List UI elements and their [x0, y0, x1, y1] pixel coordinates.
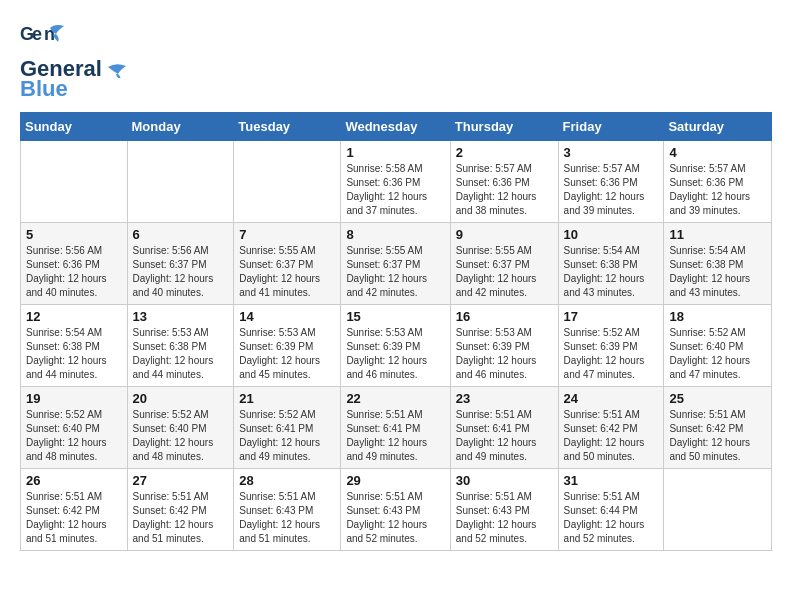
day-number: 13	[133, 309, 229, 324]
day-info: Sunrise: 5:51 AMSunset: 6:42 PMDaylight:…	[26, 490, 122, 546]
page-header: G e n General Blue	[20, 20, 772, 102]
day-number: 7	[239, 227, 335, 242]
day-info: Sunrise: 5:56 AMSunset: 6:37 PMDaylight:…	[133, 244, 229, 300]
weekday-header-saturday: Saturday	[664, 113, 772, 141]
day-info: Sunrise: 5:55 AMSunset: 6:37 PMDaylight:…	[346, 244, 444, 300]
calendar-cell	[234, 141, 341, 223]
calendar-cell	[664, 469, 772, 551]
day-info: Sunrise: 5:57 AMSunset: 6:36 PMDaylight:…	[456, 162, 553, 218]
day-number: 4	[669, 145, 766, 160]
day-number: 9	[456, 227, 553, 242]
calendar-cell: 3Sunrise: 5:57 AMSunset: 6:36 PMDaylight…	[558, 141, 664, 223]
day-info: Sunrise: 5:57 AMSunset: 6:36 PMDaylight:…	[669, 162, 766, 218]
day-number: 19	[26, 391, 122, 406]
day-info: Sunrise: 5:55 AMSunset: 6:37 PMDaylight:…	[239, 244, 335, 300]
calendar-cell: 25Sunrise: 5:51 AMSunset: 6:42 PMDayligh…	[664, 387, 772, 469]
calendar-cell: 22Sunrise: 5:51 AMSunset: 6:41 PMDayligh…	[341, 387, 450, 469]
calendar-cell: 13Sunrise: 5:53 AMSunset: 6:38 PMDayligh…	[127, 305, 234, 387]
day-info: Sunrise: 5:52 AMSunset: 6:41 PMDaylight:…	[239, 408, 335, 464]
calendar-cell: 9Sunrise: 5:55 AMSunset: 6:37 PMDaylight…	[450, 223, 558, 305]
weekday-header-row: SundayMondayTuesdayWednesdayThursdayFrid…	[21, 113, 772, 141]
calendar-cell: 21Sunrise: 5:52 AMSunset: 6:41 PMDayligh…	[234, 387, 341, 469]
calendar-cell: 31Sunrise: 5:51 AMSunset: 6:44 PMDayligh…	[558, 469, 664, 551]
calendar-cell: 1Sunrise: 5:58 AMSunset: 6:36 PMDaylight…	[341, 141, 450, 223]
calendar-cell	[127, 141, 234, 223]
day-number: 5	[26, 227, 122, 242]
day-info: Sunrise: 5:56 AMSunset: 6:36 PMDaylight:…	[26, 244, 122, 300]
day-info: Sunrise: 5:53 AMSunset: 6:39 PMDaylight:…	[456, 326, 553, 382]
calendar-cell: 19Sunrise: 5:52 AMSunset: 6:40 PMDayligh…	[21, 387, 128, 469]
day-number: 25	[669, 391, 766, 406]
day-info: Sunrise: 5:51 AMSunset: 6:42 PMDaylight:…	[564, 408, 659, 464]
day-info: Sunrise: 5:51 AMSunset: 6:42 PMDaylight:…	[133, 490, 229, 546]
calendar-cell: 4Sunrise: 5:57 AMSunset: 6:36 PMDaylight…	[664, 141, 772, 223]
calendar-cell: 30Sunrise: 5:51 AMSunset: 6:43 PMDayligh…	[450, 469, 558, 551]
weekday-header-monday: Monday	[127, 113, 234, 141]
day-info: Sunrise: 5:51 AMSunset: 6:43 PMDaylight:…	[456, 490, 553, 546]
calendar-cell: 7Sunrise: 5:55 AMSunset: 6:37 PMDaylight…	[234, 223, 341, 305]
logo-bird-icon	[108, 62, 128, 78]
calendar-cell: 15Sunrise: 5:53 AMSunset: 6:39 PMDayligh…	[341, 305, 450, 387]
day-number: 3	[564, 145, 659, 160]
day-info: Sunrise: 5:54 AMSunset: 6:38 PMDaylight:…	[669, 244, 766, 300]
day-info: Sunrise: 5:51 AMSunset: 6:41 PMDaylight:…	[456, 408, 553, 464]
logo-icon: G e n	[20, 20, 64, 58]
day-number: 16	[456, 309, 553, 324]
day-number: 12	[26, 309, 122, 324]
day-info: Sunrise: 5:57 AMSunset: 6:36 PMDaylight:…	[564, 162, 659, 218]
day-info: Sunrise: 5:51 AMSunset: 6:42 PMDaylight:…	[669, 408, 766, 464]
day-info: Sunrise: 5:58 AMSunset: 6:36 PMDaylight:…	[346, 162, 444, 218]
calendar-cell: 14Sunrise: 5:53 AMSunset: 6:39 PMDayligh…	[234, 305, 341, 387]
calendar-cell: 28Sunrise: 5:51 AMSunset: 6:43 PMDayligh…	[234, 469, 341, 551]
day-info: Sunrise: 5:53 AMSunset: 6:39 PMDaylight:…	[239, 326, 335, 382]
day-number: 8	[346, 227, 444, 242]
day-number: 21	[239, 391, 335, 406]
day-number: 26	[26, 473, 122, 488]
day-number: 15	[346, 309, 444, 324]
day-number: 27	[133, 473, 229, 488]
day-number: 28	[239, 473, 335, 488]
day-info: Sunrise: 5:52 AMSunset: 6:40 PMDaylight:…	[133, 408, 229, 464]
day-number: 1	[346, 145, 444, 160]
day-number: 24	[564, 391, 659, 406]
calendar-week-row: 26Sunrise: 5:51 AMSunset: 6:42 PMDayligh…	[21, 469, 772, 551]
calendar-cell: 26Sunrise: 5:51 AMSunset: 6:42 PMDayligh…	[21, 469, 128, 551]
day-number: 11	[669, 227, 766, 242]
calendar-cell: 12Sunrise: 5:54 AMSunset: 6:38 PMDayligh…	[21, 305, 128, 387]
day-number: 6	[133, 227, 229, 242]
day-number: 17	[564, 309, 659, 324]
weekday-header-wednesday: Wednesday	[341, 113, 450, 141]
calendar-cell: 29Sunrise: 5:51 AMSunset: 6:43 PMDayligh…	[341, 469, 450, 551]
day-number: 22	[346, 391, 444, 406]
weekday-header-sunday: Sunday	[21, 113, 128, 141]
svg-text:e: e	[32, 24, 42, 44]
day-number: 10	[564, 227, 659, 242]
weekday-header-tuesday: Tuesday	[234, 113, 341, 141]
calendar-cell: 10Sunrise: 5:54 AMSunset: 6:38 PMDayligh…	[558, 223, 664, 305]
logo-blue: Blue	[20, 76, 68, 102]
calendar-cell	[21, 141, 128, 223]
day-number: 30	[456, 473, 553, 488]
day-number: 14	[239, 309, 335, 324]
day-info: Sunrise: 5:53 AMSunset: 6:39 PMDaylight:…	[346, 326, 444, 382]
calendar-cell: 17Sunrise: 5:52 AMSunset: 6:39 PMDayligh…	[558, 305, 664, 387]
day-info: Sunrise: 5:51 AMSunset: 6:41 PMDaylight:…	[346, 408, 444, 464]
calendar-cell: 27Sunrise: 5:51 AMSunset: 6:42 PMDayligh…	[127, 469, 234, 551]
day-info: Sunrise: 5:52 AMSunset: 6:40 PMDaylight:…	[26, 408, 122, 464]
calendar-cell: 5Sunrise: 5:56 AMSunset: 6:36 PMDaylight…	[21, 223, 128, 305]
calendar-cell: 18Sunrise: 5:52 AMSunset: 6:40 PMDayligh…	[664, 305, 772, 387]
calendar-cell: 20Sunrise: 5:52 AMSunset: 6:40 PMDayligh…	[127, 387, 234, 469]
day-number: 29	[346, 473, 444, 488]
calendar-cell: 2Sunrise: 5:57 AMSunset: 6:36 PMDaylight…	[450, 141, 558, 223]
day-info: Sunrise: 5:51 AMSunset: 6:43 PMDaylight:…	[346, 490, 444, 546]
day-info: Sunrise: 5:52 AMSunset: 6:40 PMDaylight:…	[669, 326, 766, 382]
day-info: Sunrise: 5:52 AMSunset: 6:39 PMDaylight:…	[564, 326, 659, 382]
calendar-table: SundayMondayTuesdayWednesdayThursdayFrid…	[20, 112, 772, 551]
day-number: 20	[133, 391, 229, 406]
day-info: Sunrise: 5:51 AMSunset: 6:43 PMDaylight:…	[239, 490, 335, 546]
calendar-cell: 11Sunrise: 5:54 AMSunset: 6:38 PMDayligh…	[664, 223, 772, 305]
day-number: 23	[456, 391, 553, 406]
day-number: 31	[564, 473, 659, 488]
day-info: Sunrise: 5:54 AMSunset: 6:38 PMDaylight:…	[26, 326, 122, 382]
day-number: 18	[669, 309, 766, 324]
